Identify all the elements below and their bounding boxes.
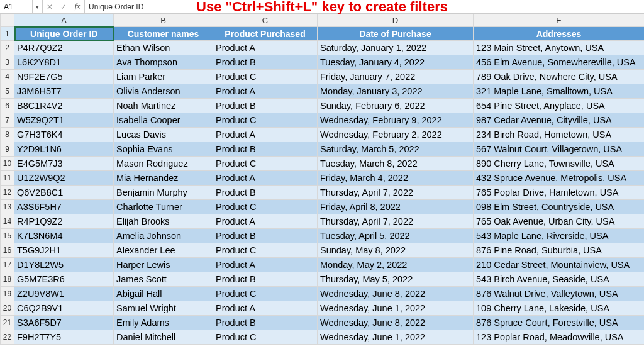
cell[interactable]: P4R7Q9Z2: [14, 41, 114, 55]
cell[interactable]: James Scott: [114, 272, 213, 287]
cell[interactable]: 432 Spruce Avenue, Metropolis, USA: [474, 171, 645, 186]
column-header-C[interactable]: C: [213, 14, 318, 27]
cell[interactable]: Product B: [213, 186, 318, 200]
cell[interactable]: Sunday, February 6, 2022: [318, 99, 474, 113]
cell[interactable]: Wednesday, June 1, 2022: [318, 301, 474, 316]
cell[interactable]: Daniel Mitchell: [114, 330, 213, 345]
cell[interactable]: B8C1R4V2: [14, 99, 114, 113]
cell[interactable]: Friday, March 4, 2022: [318, 171, 474, 186]
cell[interactable]: Charlotte Turner: [114, 200, 213, 214]
cell[interactable]: S3A6F5D7: [14, 316, 114, 330]
cell[interactable]: 876 Pine Road, Suburbia, USA: [474, 243, 645, 258]
cell[interactable]: Product C: [213, 243, 318, 258]
cell[interactable]: D1Y8L2W5: [14, 258, 114, 272]
cell[interactable]: 987 Cedar Avenue, Cityville, USA: [474, 113, 645, 128]
cell[interactable]: Product C: [213, 70, 318, 84]
cell[interactable]: 543 Maple Lane, Riverside, USA: [474, 229, 645, 243]
cell[interactable]: 123 Main Street, Anytown, USA: [474, 41, 645, 55]
column-header-B[interactable]: B: [114, 14, 213, 27]
row-header[interactable]: 9: [1, 142, 14, 157]
row-header[interactable]: 10: [1, 157, 14, 171]
row-header[interactable]: 6: [1, 99, 14, 113]
header-cell[interactable]: Product Purchased: [213, 27, 318, 41]
cell[interactable]: Product B: [213, 55, 318, 70]
cell[interactable]: Product A: [213, 41, 318, 55]
row-header[interactable]: 21: [1, 316, 14, 330]
row-header[interactable]: 12: [1, 186, 14, 200]
column-header-A[interactable]: A: [14, 14, 114, 27]
row-header[interactable]: 11: [1, 171, 14, 186]
cancel-icon[interactable]: ✕: [43, 0, 57, 13]
header-cell[interactable]: Customer names: [114, 27, 213, 41]
cell[interactable]: 567 Walnut Court, Villagetown, USA: [474, 142, 645, 157]
spreadsheet-grid[interactable]: A B C D E 1Unique Order IDCustomer names…: [0, 14, 644, 345]
cell[interactable]: Product A: [213, 301, 318, 316]
row-header[interactable]: 4: [1, 70, 14, 84]
row-header[interactable]: 7: [1, 113, 14, 128]
cell[interactable]: 123 Poplar Road, Meadowville, USA: [474, 330, 645, 345]
cell[interactable]: Tuesday, January 4, 2022: [318, 55, 474, 70]
row-header[interactable]: 15: [1, 229, 14, 243]
cell[interactable]: Monday, January 3, 2022: [318, 84, 474, 99]
cell[interactable]: G7H3T6K4: [14, 128, 114, 142]
cell[interactable]: Y2D9L1N6: [14, 142, 114, 157]
row-header[interactable]: 20: [1, 301, 14, 316]
row-header[interactable]: 18: [1, 272, 14, 287]
header-cell[interactable]: Addresses: [474, 27, 645, 41]
cell[interactable]: Ethan Wilson: [114, 41, 213, 55]
column-header-E[interactable]: E: [474, 14, 645, 27]
cell[interactable]: Monday, May 2, 2022: [318, 258, 474, 272]
cell[interactable]: Product A: [213, 258, 318, 272]
cell[interactable]: Sophia Evans: [114, 142, 213, 157]
cell[interactable]: F9H2T7Y5: [14, 330, 114, 345]
cell[interactable]: W5Z9Q2T1: [14, 113, 114, 128]
cell[interactable]: E4G5M7J3: [14, 157, 114, 171]
cell[interactable]: A3S6F5H7: [14, 200, 114, 214]
row-header[interactable]: 19: [1, 287, 14, 301]
formula-content[interactable]: Unique Order ID: [85, 0, 644, 13]
cell[interactable]: Olivia Anderson: [114, 84, 213, 99]
cell[interactable]: 876 Spruce Court, Forestville, USA: [474, 316, 645, 330]
column-header-D[interactable]: D: [318, 14, 474, 27]
cell[interactable]: 543 Birch Avenue, Seaside, USA: [474, 272, 645, 287]
cell[interactable]: 789 Oak Drive, Nowhere City, USA: [474, 70, 645, 84]
row-header[interactable]: 22: [1, 330, 14, 345]
row-header[interactable]: 3: [1, 55, 14, 70]
cell[interactable]: Benjamin Murphy: [114, 186, 213, 200]
cell[interactable]: C6Q2B9V1: [14, 301, 114, 316]
name-box-dropdown-icon[interactable]: ▾: [33, 0, 43, 13]
cell[interactable]: Ava Thompson: [114, 55, 213, 70]
cell[interactable]: Harper Lewis: [114, 258, 213, 272]
cell[interactable]: Product A: [213, 171, 318, 186]
row-header[interactable]: 8: [1, 128, 14, 142]
cell[interactable]: 456 Elm Avenue, Somewhereville, USA: [474, 55, 645, 70]
cell[interactable]: Noah Martinez: [114, 99, 213, 113]
cell[interactable]: 654 Pine Street, Anyplace, USA: [474, 99, 645, 113]
cell[interactable]: Product A: [213, 214, 318, 229]
cell[interactable]: 876 Walnut Drive, Valleytown, USA: [474, 287, 645, 301]
cell[interactable]: Product A: [213, 128, 318, 142]
row-header[interactable]: 13: [1, 200, 14, 214]
cell[interactable]: Thursday, May 5, 2022: [318, 272, 474, 287]
cell[interactable]: Isabella Cooper: [114, 113, 213, 128]
cell[interactable]: Product B: [213, 229, 318, 243]
cell[interactable]: Wednesday, June 8, 2022: [318, 287, 474, 301]
cell[interactable]: Product B: [213, 316, 318, 330]
cell[interactable]: Product A: [213, 84, 318, 99]
cell[interactable]: Elijah Brooks: [114, 214, 213, 229]
cell[interactable]: Saturday, January 1, 2022: [318, 41, 474, 55]
cell[interactable]: Product C: [213, 287, 318, 301]
cell[interactable]: Amelia Johnson: [114, 229, 213, 243]
cell[interactable]: N9F2E7G5: [14, 70, 114, 84]
cell[interactable]: Samuel Wright: [114, 301, 213, 316]
cell[interactable]: Liam Parker: [114, 70, 213, 84]
header-cell[interactable]: Unique Order ID: [14, 27, 114, 41]
cell[interactable]: K7L3N6M4: [14, 229, 114, 243]
row-header[interactable]: 5: [1, 84, 14, 99]
cell[interactable]: U1Z2W9Q2: [14, 171, 114, 186]
row-header[interactable]: 14: [1, 214, 14, 229]
row-header[interactable]: 16: [1, 243, 14, 258]
cell[interactable]: Alexander Lee: [114, 243, 213, 258]
cell[interactable]: Product B: [213, 99, 318, 113]
cell[interactable]: Friday, January 7, 2022: [318, 70, 474, 84]
